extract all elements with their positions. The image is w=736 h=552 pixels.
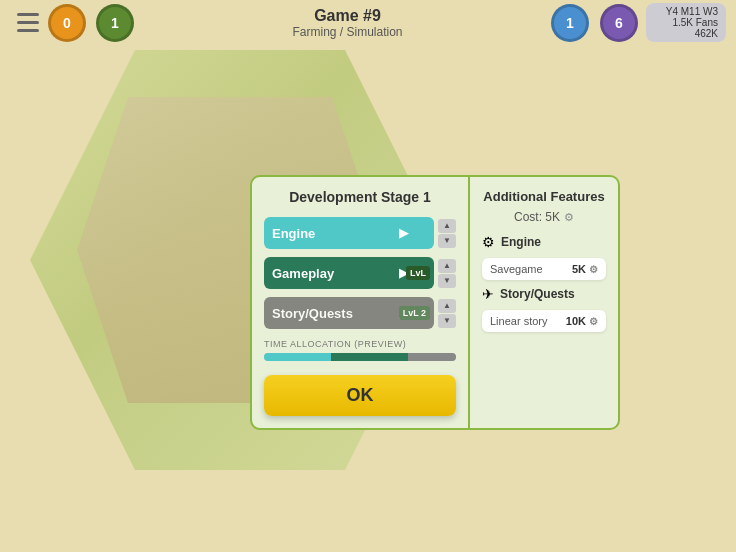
stat-year: Y4 M11 W3 [654, 6, 718, 17]
engine-row: Engine ▶ ▲ ▼ [264, 217, 456, 249]
cost-icon: ⚙ [564, 211, 574, 224]
badge-green: 1 [96, 4, 134, 42]
linear-card[interactable]: Linear story 10K ⚙ [482, 310, 606, 332]
cost-text: Cost: 5K [514, 210, 560, 224]
savegame-value: 5K ⚙ [572, 263, 598, 275]
engine-bar: Engine ▶ [264, 217, 434, 249]
stat-panel: Y4 M11 W3 1.5K Fans 462K [646, 3, 726, 42]
gameplay-row: Gameplay ▶ LvL ▲ ▼ [264, 257, 456, 289]
stat-money: 462K [654, 28, 718, 39]
gameplay-down-btn[interactable]: ▼ [438, 274, 456, 288]
savegame-label: Savegame [490, 263, 543, 275]
menu-icon[interactable] [10, 5, 45, 40]
story-down-btn[interactable]: ▼ [438, 314, 456, 328]
time-alloc-label: Time Allocation (Preview) [264, 339, 456, 349]
savegame-card[interactable]: Savegame 5K ⚙ [482, 258, 606, 280]
story-label: Story/Quests [272, 306, 353, 321]
badge-orange: 0 [48, 4, 86, 42]
features-panel: Additional Features Cost: 5K ⚙ ⚙ Engine … [470, 175, 620, 430]
story-feature-icon: ✈ [482, 286, 494, 302]
story-controls: ▲ ▼ [438, 299, 456, 328]
story-lvl-badge: LvL 2 [399, 306, 430, 320]
badge-blue: 1 [551, 4, 589, 42]
panel-title: Development Stage 1 [264, 189, 456, 205]
gameplay-label: Gameplay [272, 266, 334, 281]
story-feature-item: ✈ Story/Quests [482, 286, 606, 302]
dev-panel: Development Stage 1 Engine ▶ ▲ ▼ Gamepla… [250, 175, 470, 430]
savegame-icon: ⚙ [589, 264, 598, 275]
top-bar: 0 1 Game #9 Farming / Simulation 1 6 Y4 … [0, 0, 736, 45]
features-title: Additional Features [482, 189, 606, 204]
engine-up-btn[interactable]: ▲ [438, 219, 456, 233]
top-coins-left: 0 1 [45, 4, 137, 42]
gameplay-controls: ▲ ▼ [438, 259, 456, 288]
time-fill-green [331, 353, 408, 361]
linear-label: Linear story [490, 315, 547, 327]
gameplay-up-btn[interactable]: ▲ [438, 259, 456, 273]
linear-cost: 10K [566, 315, 586, 327]
time-fill-cyan [264, 353, 331, 361]
engine-arrow-icon: ▶ [399, 226, 408, 240]
engine-label: Engine [272, 226, 315, 241]
engine-feature-item: ⚙ Engine [482, 234, 606, 250]
linear-icon: ⚙ [589, 316, 598, 327]
story-row: Story/Quests ▶ LvL 2 ▲ ▼ [264, 297, 456, 329]
gameplay-lvl-badge: LvL [406, 266, 430, 280]
time-fill-gray [408, 353, 456, 361]
right-badges: 1 6 Y4 M11 W3 1.5K Fans 462K [548, 3, 726, 42]
time-bar-container [264, 353, 456, 361]
story-bar: Story/Quests ▶ LvL 2 [264, 297, 434, 329]
stat-fans: 1.5K Fans [654, 17, 718, 28]
game-genre: Farming / Simulation [147, 25, 548, 39]
engine-down-btn[interactable]: ▼ [438, 234, 456, 248]
engine-feature-icon: ⚙ [482, 234, 495, 250]
linear-value: 10K ⚙ [566, 315, 598, 327]
ok-button[interactable]: OK [264, 375, 456, 416]
engine-controls: ▲ ▼ [438, 219, 456, 248]
game-title: Game #9 [147, 7, 548, 25]
cost-label: Cost: 5K ⚙ [482, 210, 606, 224]
story-feature-label: Story/Quests [500, 287, 575, 301]
gameplay-bar: Gameplay ▶ LvL [264, 257, 434, 289]
engine-feature-label: Engine [501, 235, 541, 249]
story-up-btn[interactable]: ▲ [438, 299, 456, 313]
dialog-container: Development Stage 1 Engine ▶ ▲ ▼ Gamepla… [250, 175, 620, 430]
time-alloc: Time Allocation (Preview) [264, 339, 456, 361]
savegame-cost: 5K [572, 263, 586, 275]
badge-purple: 6 [600, 4, 638, 42]
center-info: Game #9 Farming / Simulation [147, 7, 548, 39]
